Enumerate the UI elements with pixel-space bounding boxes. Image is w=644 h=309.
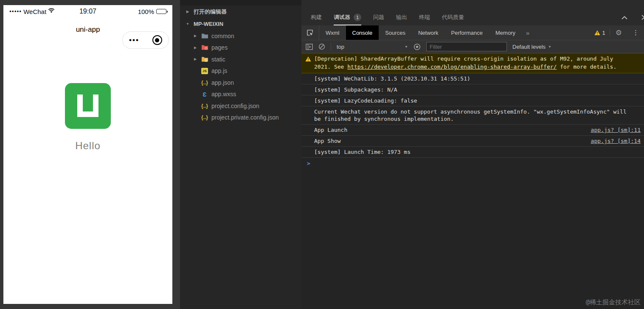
tab-terminal[interactable]: 终端 bbox=[419, 14, 430, 25]
chevron-right-icon[interactable]: ▶ bbox=[193, 57, 198, 61]
mini-program-nav-bar: uni-app ••• bbox=[3, 18, 172, 42]
json-file-icon: {..} bbox=[200, 80, 209, 86]
collapse-panel-icon[interactable] bbox=[621, 14, 628, 22]
panel-tab-strip: 构建 调试器 1 问题 输出 终端 代码质量 bbox=[301, 0, 644, 25]
status-right: 100% bbox=[111, 8, 166, 15]
battery-percent: 100% bbox=[138, 8, 154, 15]
javascript-context-dropdown[interactable]: top ▼ bbox=[337, 44, 408, 50]
folder-icon bbox=[200, 33, 209, 39]
tree-item-label: project.private.config.json bbox=[211, 114, 279, 121]
status-bar: ●●●●● WeChat 19:07 100% bbox=[3, 5, 172, 18]
console-row: Current Wechat version do not support as… bbox=[301, 106, 644, 125]
devtools-tab-bar: Wxml Console Sources Network Performance… bbox=[301, 25, 644, 40]
clear-console-icon[interactable] bbox=[318, 43, 325, 50]
open-editors-section[interactable]: ▶ 打开的编辑器 bbox=[180, 6, 301, 18]
console-row: App Launch app.js? [sm]:11 bbox=[301, 125, 644, 136]
prompt-chevron-icon: > bbox=[307, 160, 310, 167]
chevron-right-icon[interactable]: ▶ bbox=[185, 10, 190, 14]
hello-text: Hello bbox=[3, 140, 172, 152]
chevron-right-icon[interactable] bbox=[641, 14, 644, 22]
wifi-icon bbox=[48, 8, 55, 15]
tree-item-label: app.wxss bbox=[211, 91, 236, 97]
project-root-label: MP-WEIXIN bbox=[194, 21, 223, 27]
console-output: [Deprecation] SharedArrayBuffer will req… bbox=[301, 53, 644, 309]
status-left: ●●●●● WeChat bbox=[9, 8, 65, 15]
log-levels-dropdown[interactable]: Default levels ▼ bbox=[512, 44, 551, 50]
tree-item-label: static bbox=[211, 56, 225, 63]
tree-item-label: project.config.json bbox=[211, 103, 259, 109]
more-menu-icon[interactable]: ••• bbox=[123, 38, 146, 42]
deprecation-line1: [Deprecation] SharedArrayBuffer will req… bbox=[314, 55, 641, 63]
tab-debugger[interactable]: 调试器 1 bbox=[334, 14, 361, 25]
tree-item-app-wxss[interactable]: Ɛ app.wxss bbox=[180, 89, 301, 100]
tree-item-label: common bbox=[211, 33, 234, 39]
settings-gear-icon[interactable]: ⚙ bbox=[610, 25, 627, 40]
tab-sources[interactable]: Sources bbox=[379, 25, 412, 40]
tree-item-pages[interactable]: ▶ pages bbox=[180, 42, 301, 54]
exit-target-icon[interactable] bbox=[146, 35, 169, 45]
tree-item-app-js[interactable]: JS app.js bbox=[180, 65, 301, 77]
project-root-section[interactable]: ▼ MP-WEIXIN bbox=[180, 18, 301, 30]
caret-down-icon: ▼ bbox=[405, 45, 408, 49]
phone-screen: ●●●●● WeChat 19:07 100% uni-app ••• Hell… bbox=[3, 5, 172, 304]
tree-item-label: app.js bbox=[211, 67, 227, 74]
console-toolbar: top ▼ Default levels ▼ bbox=[301, 40, 644, 53]
tab-problems[interactable]: 问题 bbox=[373, 14, 384, 25]
tree-item-project-private-config[interactable]: {..} project.private.config.json bbox=[180, 112, 301, 124]
live-expression-eye-icon[interactable] bbox=[413, 43, 421, 50]
console-row: App Show app.js? [sm]:14 bbox=[301, 136, 644, 147]
tree-item-common[interactable]: ▶ common bbox=[180, 30, 301, 42]
status-time: 19:07 bbox=[65, 8, 111, 15]
more-tabs-icon[interactable]: » bbox=[522, 25, 534, 40]
tab-performance[interactable]: Performance bbox=[445, 25, 489, 40]
signal-strength-icon: ●●●●● bbox=[9, 9, 22, 13]
tree-item-label: app.json bbox=[211, 79, 234, 86]
console-row: [system] LazyCodeLoading: false bbox=[301, 95, 644, 106]
battery-icon bbox=[156, 9, 166, 14]
deprecation-link[interactable]: https://developer.chrome.com/blog/enabli… bbox=[347, 64, 557, 70]
warning-count-value: 1 bbox=[602, 30, 605, 36]
kebab-menu-icon[interactable]: ⋮ bbox=[627, 25, 644, 40]
tree-item-project-config[interactable]: {..} project.config.json bbox=[180, 100, 301, 112]
tab-network[interactable]: Network bbox=[412, 25, 445, 40]
tree-item-static[interactable]: ▶ static bbox=[180, 53, 301, 65]
watermark: @稀土掘金技术社区 bbox=[586, 298, 641, 306]
uniapp-logo bbox=[65, 83, 111, 129]
inspect-element-icon[interactable] bbox=[301, 25, 319, 40]
console-row: [system] Subpackages: N/A bbox=[301, 84, 644, 95]
simulator-panel: ●●●●● WeChat 19:07 100% uni-app ••• Hell… bbox=[0, 0, 180, 309]
warning-count[interactable]: 1 bbox=[590, 25, 610, 40]
tree-item-app-json[interactable]: {..} app.json bbox=[180, 77, 301, 89]
open-editors-label: 打开的编辑器 bbox=[194, 8, 227, 16]
debugger-panel: 构建 调试器 1 问题 输出 终端 代码质量 Wxml Console Sour… bbox=[301, 0, 644, 309]
caret-down-icon: ▼ bbox=[548, 45, 551, 49]
javascript-file-icon: JS bbox=[200, 68, 209, 74]
console-row: [system] WeChatLib: 3.1.5 (2023.10.31 14… bbox=[301, 73, 644, 84]
carrier-label: WeChat bbox=[23, 8, 46, 15]
tab-code-quality[interactable]: 代码质量 bbox=[442, 14, 464, 25]
debugger-badge: 1 bbox=[354, 14, 361, 21]
deprecation-line2: 2021. See https://developer.chrome.com/b… bbox=[314, 63, 641, 71]
deprecation-warning-row: [Deprecation] SharedArrayBuffer will req… bbox=[301, 53, 644, 73]
tab-memory[interactable]: Memory bbox=[489, 25, 522, 40]
tab-wxml[interactable]: Wxml bbox=[319, 25, 346, 40]
console-sidebar-toggle-icon[interactable] bbox=[306, 44, 313, 50]
tab-output[interactable]: 输出 bbox=[396, 14, 407, 25]
chevron-down-icon[interactable]: ▼ bbox=[185, 22, 190, 26]
console-row: [system] Launch Time: 1973 ms bbox=[301, 147, 644, 158]
tab-console[interactable]: Console bbox=[346, 25, 379, 40]
source-link[interactable]: app.js? [sm]:14 bbox=[591, 137, 641, 145]
folder-icon bbox=[200, 56, 209, 62]
capsule-button[interactable]: ••• bbox=[122, 31, 169, 49]
json-file-icon: {..} bbox=[200, 114, 209, 120]
source-link[interactable]: app.js? [sm]:11 bbox=[591, 126, 641, 134]
filter-input[interactable] bbox=[426, 42, 507, 51]
warning-triangle-icon bbox=[305, 56, 311, 64]
chevron-right-icon[interactable]: ▶ bbox=[193, 46, 198, 50]
file-explorer: ▶ 打开的编辑器 ▼ MP-WEIXIN ▶ common ▶ pages ▶ … bbox=[180, 0, 301, 309]
tab-build[interactable]: 构建 bbox=[311, 14, 322, 25]
tree-item-label: pages bbox=[211, 44, 228, 51]
chevron-right-icon[interactable]: ▶ bbox=[193, 34, 198, 38]
console-prompt[interactable]: > bbox=[301, 158, 644, 168]
logo-u-shape bbox=[77, 95, 98, 117]
